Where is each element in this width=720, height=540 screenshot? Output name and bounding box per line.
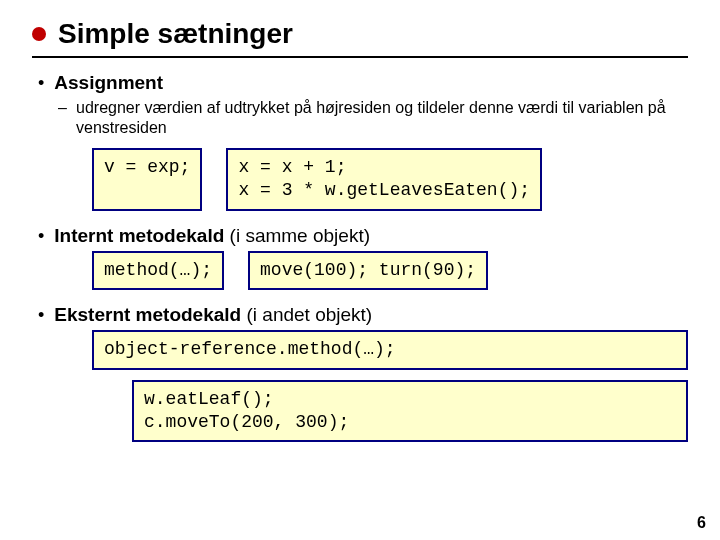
external-heading-rest: (i andet objekt) bbox=[241, 304, 372, 325]
bullet-internal: • Internt metodekald (i samme objekt) bbox=[38, 225, 688, 247]
external-heading-bold: Eksternt metodekald bbox=[54, 304, 241, 325]
internal-code-row: method(…); move(100); turn(90); bbox=[92, 251, 688, 290]
internal-heading: Internt metodekald (i samme objekt) bbox=[54, 225, 370, 247]
assignment-description: –udregner værdien af udtrykket på højres… bbox=[76, 98, 688, 138]
assignment-heading: Assignment bbox=[54, 72, 163, 94]
external-syntax-box: object-reference.method(…); bbox=[92, 330, 688, 369]
assignment-example-box: x = x + 1; x = 3 * w.getLeavesEaten(); bbox=[226, 148, 542, 211]
internal-syntax-box: method(…); bbox=[92, 251, 224, 290]
slide-title: Simple sætninger bbox=[58, 18, 293, 50]
internal-heading-rest: (i samme objekt) bbox=[224, 225, 370, 246]
page-number: 6 bbox=[697, 514, 706, 532]
internal-heading-bold: Internt metodekald bbox=[54, 225, 224, 246]
bullet-dot-icon: • bbox=[38, 304, 44, 326]
external-heading: Eksternt metodekald (i andet objekt) bbox=[54, 304, 372, 326]
title-bullet-icon bbox=[32, 27, 46, 41]
bullet-dot-icon: • bbox=[38, 225, 44, 247]
assignment-sub-text: udregner værdien af udtrykket på højresi… bbox=[76, 99, 666, 136]
section-internal: • Internt metodekald (i samme objekt) me… bbox=[32, 225, 688, 290]
assignment-code-row: v = exp; x = x + 1; x = 3 * w.getLeavesE… bbox=[92, 148, 688, 211]
bullet-assignment: • Assignment bbox=[38, 72, 688, 94]
slide-title-row: Simple sætninger bbox=[32, 18, 688, 58]
external-example-row: w.eatLeaf(); c.moveTo(200, 300); bbox=[132, 380, 688, 443]
external-example-box: w.eatLeaf(); c.moveTo(200, 300); bbox=[132, 380, 688, 443]
external-syntax-row: object-reference.method(…); bbox=[92, 330, 688, 369]
bullet-external: • Eksternt metodekald (i andet objekt) bbox=[38, 304, 688, 326]
section-assignment: • Assignment –udregner værdien af udtryk… bbox=[32, 72, 688, 211]
internal-example-box: move(100); turn(90); bbox=[248, 251, 488, 290]
bullet-dot-icon: • bbox=[38, 72, 44, 94]
section-external: • Eksternt metodekald (i andet objekt) o… bbox=[32, 304, 688, 442]
assignment-syntax-box: v = exp; bbox=[92, 148, 202, 211]
dash-icon: – bbox=[58, 98, 76, 118]
